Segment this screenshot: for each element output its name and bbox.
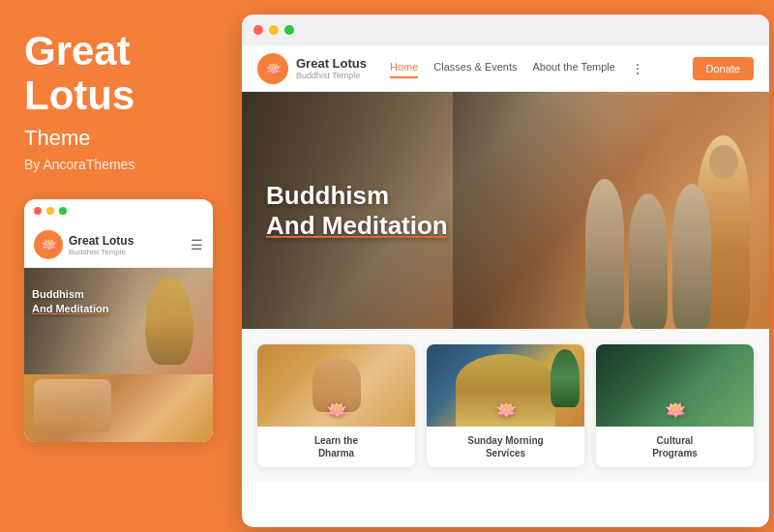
nav-logo-icon: 🪷 <box>257 53 288 84</box>
mobile-logo-area: 🪷 Great Lotus Buddhist Temple ☰ <box>24 222 213 268</box>
card-label-cultural: CulturalPrograms <box>596 427 754 467</box>
hero-title: Buddhism And Meditation <box>266 180 448 240</box>
nav-link-about[interactable]: About the Temple <box>533 61 615 75</box>
hero-line2: And Meditation <box>266 211 448 241</box>
dot-red <box>34 207 42 215</box>
nav-link-home[interactable]: Home <box>390 61 418 75</box>
main-subtitle: Theme <box>24 126 213 151</box>
browser-hero: Buddhism And Meditation <box>242 92 769 329</box>
hamburger-icon[interactable]: ☰ <box>191 237 203 252</box>
card-label-learn: Learn theDharma <box>257 427 415 467</box>
nav-links: Home Classes & Events About the Temple ⋮ <box>390 61 681 76</box>
browser-cards: 🪷 Learn theDharma 🪷 Sunday MorningServic… <box>242 329 769 483</box>
nav-logo-tagline: Buddhist Temple <box>296 71 367 80</box>
mobile-preview-card: 🪷 Great Lotus Buddhist Temple ☰ Buddhism… <box>24 199 213 442</box>
donate-button[interactable]: Donate <box>693 57 754 80</box>
statue-2 <box>629 193 668 329</box>
mobile-hero-text: Buddhism And Meditation <box>32 287 108 315</box>
browser-dot-red <box>253 25 263 35</box>
statues-container <box>460 92 750 329</box>
browser-panel: 🪷 Great Lotus Buddhist Temple Home Class… <box>242 15 769 527</box>
browser-dot-yellow <box>269 25 279 35</box>
browser-dot-green <box>284 25 294 35</box>
card-lotus-icon-3: 🪷 <box>665 399 686 421</box>
mobile-logo-text: Great Lotus Buddhist Temple <box>69 234 185 256</box>
card-image-pray: 🪷 <box>257 344 415 427</box>
hero-line1: Buddhism <box>266 180 448 210</box>
card-cultural[interactable]: 🪷 CulturalPrograms <box>596 344 754 467</box>
mobile-logo-tagline: Buddhist Temple <box>69 248 185 256</box>
statue-1 <box>672 184 711 329</box>
mobile-card-header <box>24 199 213 222</box>
mobile-bottom-image <box>24 374 213 442</box>
mobile-hero-image <box>24 268 213 374</box>
browser-nav: 🪷 Great Lotus Buddhist Temple Home Class… <box>242 45 769 92</box>
card-sunday[interactable]: 🪷 Sunday MorningServices <box>427 344 584 467</box>
main-title: Great Lotus <box>24 29 213 118</box>
nav-logo-text: Great Lotus Buddhist Temple <box>296 56 367 80</box>
nav-link-classes[interactable]: Classes & Events <box>433 61 517 75</box>
mobile-hero: Buddhism And Meditation <box>24 268 213 374</box>
statue-3 <box>585 179 624 329</box>
card-label-sunday: Sunday MorningServices <box>427 427 584 467</box>
dot-yellow <box>46 207 54 215</box>
card-image-temple: 🪷 <box>427 344 584 427</box>
mobile-hero-line1: Buddhism <box>32 287 108 301</box>
card-lotus-icon-2: 🪷 <box>495 399 517 421</box>
mobile-hero-line2: And Meditation <box>32 302 108 315</box>
left-panel: Great Lotus Theme By AncoraThemes 🪷 Grea… <box>0 0 237 532</box>
nav-logo: 🪷 Great Lotus Buddhist Temple <box>257 53 367 84</box>
nav-logo-name: Great Lotus <box>296 56 367 71</box>
mobile-logo-icon: 🪷 <box>34 230 63 259</box>
card-lotus-icon-1: 🪷 <box>326 399 347 421</box>
hero-text: Buddhism And Meditation <box>266 180 448 240</box>
card-image-cultural: 🪷 <box>596 344 754 427</box>
card-learn[interactable]: 🪷 Learn theDharma <box>257 344 415 467</box>
author-credit: By AncoraThemes <box>24 157 213 172</box>
tree-decoration <box>551 349 580 407</box>
dot-green <box>59 207 67 215</box>
browser-topbar <box>242 15 769 45</box>
mobile-logo-name: Great Lotus <box>69 234 185 248</box>
nav-more-icon[interactable]: ⋮ <box>631 61 644 76</box>
